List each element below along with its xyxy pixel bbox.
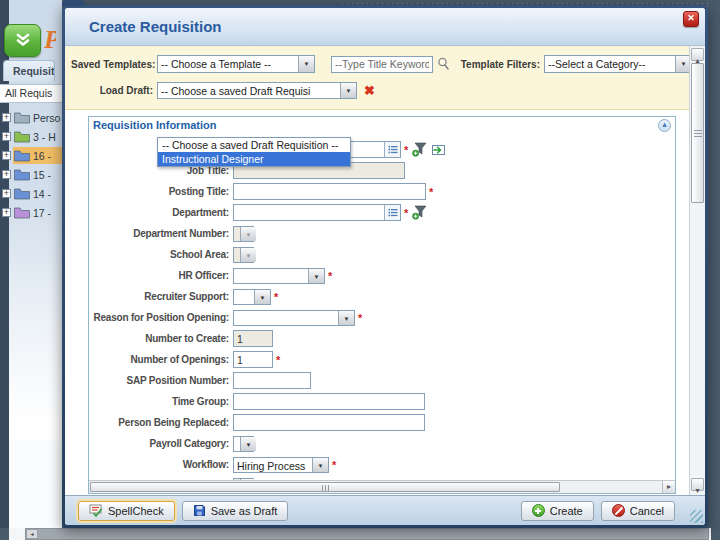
load-draft-label: Load Draft: <box>71 85 153 96</box>
payroll-category-select[interactable] <box>233 436 254 452</box>
saved-templates-select[interactable]: -- Choose a Template -- <box>157 55 315 73</box>
form-row-sap-position-number: SAP Position Number: <box>89 370 675 391</box>
dropdown-arrow-icon[interactable] <box>240 437 256 451</box>
tree-item[interactable]: Perso <box>0 108 62 127</box>
lookup-list-icon[interactable] <box>384 205 400 220</box>
dropdown-arrow-icon <box>240 248 256 262</box>
save-as-draft-button[interactable]: Save as Draft <box>182 501 289 521</box>
cancel-button[interactable]: Cancel <box>601 501 675 521</box>
scroll-left-arrow-icon[interactable] <box>26 529 38 539</box>
person-being-replaced-input[interactable] <box>233 414 425 431</box>
field-label: Workflow: <box>183 459 229 470</box>
templates-bar: Saved Templates: -- Choose a Template -- <box>65 46 689 110</box>
form-row-hr-officer: HR Officer: * <box>89 265 675 286</box>
recruiter-support-select[interactable] <box>233 289 271 305</box>
close-icon[interactable] <box>683 11 699 27</box>
collapse-section-icon[interactable] <box>658 119 671 132</box>
scroll-down-arrow-icon[interactable] <box>691 478 704 491</box>
department-input[interactable] <box>233 204 401 221</box>
dropdown-arrow-icon[interactable] <box>312 458 328 472</box>
scrollbar-thumb[interactable] <box>691 63 704 203</box>
reason-for-position-opening-select[interactable] <box>233 310 355 326</box>
folder-icon <box>14 111 30 124</box>
form-horizontal-scrollbar[interactable] <box>89 480 675 493</box>
dropdown-arrow-icon[interactable] <box>254 290 270 304</box>
dropdown-arrow-icon[interactable] <box>298 56 314 72</box>
app-logo-partial: P <box>44 25 56 57</box>
saved-templates-label: Saved Templates: <box>71 59 153 70</box>
template-filters-label: Template Filters: <box>456 59 540 70</box>
form-row-school-area: School Area: <box>89 244 675 265</box>
lookup-list-icon[interactable] <box>384 142 400 157</box>
dropdown-arrow-icon[interactable] <box>340 83 356 98</box>
dialog-vertical-scrollbar[interactable] <box>689 46 705 495</box>
collapse-panel-button[interactable] <box>4 24 41 57</box>
sap-position-number-input[interactable] <box>233 372 311 389</box>
filter-add-icon[interactable] <box>412 142 427 157</box>
number-of-openings-input[interactable] <box>233 351 273 368</box>
load-draft-select[interactable]: -- Choose a saved Draft Requisi <box>157 82 357 99</box>
number-to-create-input <box>233 330 273 347</box>
requisition-information-section: Requisition Information Job Code: <box>88 116 676 494</box>
expand-icon[interactable] <box>2 132 11 141</box>
form-row-department-number: Department Number: <box>89 223 675 244</box>
expand-icon[interactable] <box>2 170 11 179</box>
section-title: Requisition Information <box>93 119 658 131</box>
field-label: Payroll Category: <box>150 438 229 449</box>
create-button[interactable]: Create <box>521 501 594 521</box>
double-chevron-down-icon <box>14 33 32 48</box>
expand-icon[interactable] <box>2 189 11 198</box>
tree-item-label: 17 - <box>33 207 51 219</box>
field-label: Person Being Replaced: <box>118 417 229 428</box>
tab-requisitions[interactable]: Requisiti <box>3 60 55 81</box>
field-label: School Area: <box>170 249 229 260</box>
field-label: Number of Openings: <box>131 354 229 365</box>
field-label: Number to Create: <box>145 333 229 344</box>
form-row-payroll-category: Payroll Category: <box>89 433 675 454</box>
required-asterisk: * <box>274 292 278 302</box>
search-icon[interactable] <box>437 57 450 71</box>
required-asterisk: * <box>404 145 408 155</box>
dropdown-arrow-icon <box>240 227 256 241</box>
template-filters-select[interactable]: --Select a Category-- <box>544 55 692 73</box>
tree-item-label: 3 - H <box>33 131 56 143</box>
field-label: Posting Title: <box>169 186 229 197</box>
dropdown-arrow-icon[interactable] <box>338 311 354 325</box>
app-horizontal-scrollbar[interactable] <box>9 528 711 540</box>
assign-code-icon[interactable] <box>431 144 446 156</box>
hr-officer-select[interactable] <box>233 268 325 284</box>
filter-add-icon[interactable] <box>412 205 427 220</box>
dialog-header: Create Requisition <box>65 8 705 46</box>
field-label: Reason for Position Opening: <box>93 312 229 323</box>
expand-icon[interactable] <box>2 113 11 122</box>
expand-icon[interactable] <box>2 151 11 160</box>
tree-item[interactable]: 3 - H <box>0 127 62 146</box>
scrollbar-track[interactable] <box>25 528 709 540</box>
posting-title-input[interactable] <box>233 183 426 200</box>
tree-item[interactable]: 17 - <box>0 203 62 222</box>
scrollbar-thumb[interactable] <box>90 482 560 492</box>
scroll-up-arrow-icon[interactable] <box>691 48 704 61</box>
spellcheck-button[interactable]: SpellCheck <box>78 501 175 521</box>
tree-item-selected[interactable]: 16 - <box>0 146 62 165</box>
form-row-workflow: Workflow: Hiring Process * <box>89 454 675 475</box>
tree-item[interactable]: 14 - <box>0 184 62 203</box>
resize-grip[interactable] <box>690 510 703 523</box>
workflow-select[interactable]: Hiring Process <box>233 457 329 473</box>
form-fields: Job Code: <box>89 133 675 480</box>
dropdown-arrow-icon[interactable] <box>308 269 324 283</box>
dropdown-option[interactable]: -- Choose a saved Draft Requisition -- <box>158 138 350 152</box>
form-row-recruiter-support: Recruiter Support: * <box>89 286 675 307</box>
required-asterisk: * <box>332 460 336 470</box>
form-row-number-of-openings: Number of Openings: * <box>89 349 675 370</box>
form-row-reason-for-position-opening: Reason for Position Opening: * <box>89 307 675 328</box>
create-requisition-dialog: Create Requisition Saved Templates: -- C… <box>62 5 708 528</box>
requisition-list-filter[interactable]: All Requis <box>0 84 62 103</box>
time-group-input[interactable] <box>233 393 425 410</box>
expand-icon[interactable] <box>2 208 11 217</box>
clear-draft-icon[interactable]: ✖ <box>364 84 375 97</box>
scroll-right-arrow-icon[interactable] <box>662 481 675 493</box>
dropdown-option-highlighted[interactable]: Instructional Designer <box>158 152 350 166</box>
title-keyword-input[interactable] <box>331 56 433 73</box>
tree-item[interactable]: 15 - <box>0 165 62 184</box>
